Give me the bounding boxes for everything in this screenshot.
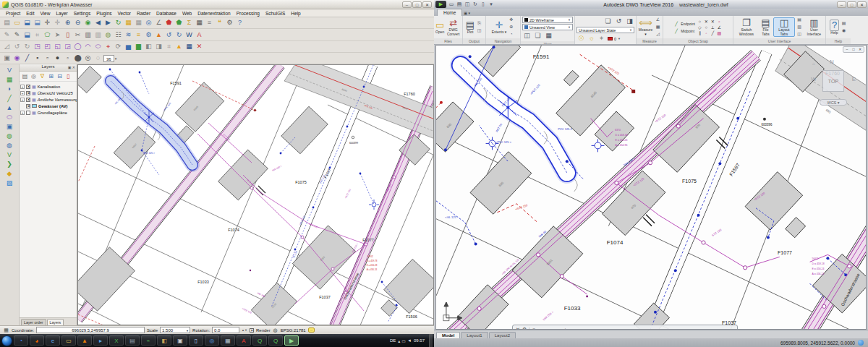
db-manager-icon[interactable]: ☷: [114, 30, 123, 40]
viewcube-north[interactable]: N: [830, 59, 834, 65]
tab-layout1[interactable]: Layout1: [461, 332, 488, 338]
pan-icon[interactable]: ✥: [508, 17, 514, 23]
add-arcgis-icon[interactable]: ❯: [4, 160, 14, 169]
taskbar-internet-explorer[interactable]: e: [46, 335, 60, 346]
chart-bar-icon[interactable]: ▆: [134, 42, 143, 51]
cut-features-icon[interactable]: ✂: [73, 30, 82, 40]
taskbar-network-tool[interactable]: ⌁: [141, 335, 156, 346]
qgis-map-canvas[interactable]: F1591F1760F1075F1074F1077F1033F1037F1506…: [77, 64, 434, 325]
expand-all-icon[interactable]: ⊞: [47, 72, 55, 80]
show-desktop-button[interactable]: [429, 334, 433, 347]
taskbar-usb-tool[interactable]: ▤: [125, 335, 140, 346]
tab-model[interactable]: Model: [436, 332, 460, 338]
qgis-title-bar[interactable]: QGIS 61d81f0 - Werkplan Abwasser ‒□✕: [0, 0, 434, 9]
zoom-next-icon[interactable]: ▶: [103, 18, 113, 27]
menu-raster[interactable]: Raster: [134, 11, 153, 16]
save-as-icon[interactable]: ⬓: [33, 18, 42, 27]
taskbar-qgis-a[interactable]: Q: [252, 335, 267, 346]
raster-fire-icon[interactable]: ▲: [174, 42, 184, 51]
digitize-rect2-icon[interactable]: ◰: [43, 42, 52, 51]
panel-stack-icon[interactable]: ▥: [796, 24, 803, 30]
user-interface-button[interactable]: ▥User Interface: [804, 18, 824, 36]
viewcube-west[interactable]: W: [811, 76, 817, 82]
new-project-icon[interactable]: ▤: [2, 18, 12, 27]
new-shapefile-icon[interactable]: ◿: [2, 42, 12, 51]
word-export-icon[interactable]: W: [184, 30, 194, 40]
snap-node-icon[interactable]: ✕: [703, 19, 710, 25]
qgis-window-controls[interactable]: ‒□✕: [402, 1, 432, 8]
menu-help[interactable]: Help: [288, 11, 303, 16]
add-wms-icon[interactable]: ◍: [4, 132, 14, 141]
map-tips-icon[interactable]: ❝: [215, 18, 224, 27]
digitize-rect-icon[interactable]: ◳: [33, 42, 42, 51]
edit-pencil-icon[interactable]: ✎: [12, 30, 22, 40]
move-feature-icon[interactable]: ➤: [53, 30, 62, 40]
measure-area-icon[interactable]: ▦: [655, 24, 661, 30]
preview-icon[interactable]: ◫: [476, 27, 482, 34]
menu-plugins[interactable]: Plugins: [93, 11, 114, 16]
snap-app-icon[interactable]: ∠: [716, 25, 723, 30]
paper-space-toggle-icon[interactable]: [858, 340, 864, 346]
collapse-all-icon[interactable]: ⊟: [56, 72, 64, 80]
viewcube-home-icon[interactable]: ⌂: [812, 61, 815, 66]
minimize-button[interactable]: ‒: [837, 1, 846, 8]
qat-preview-icon[interactable]: ◫: [464, 1, 471, 8]
visual-style-combo[interactable]: 2D Wireframe▼: [522, 17, 573, 23]
language-indicator[interactable]: DE: [390, 338, 396, 343]
menu-datenextraktion[interactable]: Datenextraktion: [195, 11, 234, 16]
toggle-editing-icon[interactable]: ✎: [2, 30, 12, 40]
messages-icon[interactable]: …: [308, 327, 315, 333]
plot-button[interactable]: ▤Plot: [466, 20, 475, 35]
measure-button[interactable]: ⟺Measure ▾: [638, 18, 653, 36]
redo-icon[interactable]: ↻: [174, 30, 184, 40]
snap-center-icon[interactable]: ○: [697, 19, 703, 25]
switch-windows-button[interactable]: ❐Switch Windows: [735, 18, 758, 36]
layer-match-icon[interactable]: ❏: [603, 17, 613, 26]
taskbar-chrome[interactable]: ◔: [14, 335, 28, 346]
current-layer[interactable]: 0: [614, 37, 616, 41]
start-button[interactable]: [1, 335, 12, 346]
menu-processing[interactable]: Processing: [234, 11, 263, 16]
undo-2-icon[interactable]: ↺: [12, 42, 22, 51]
view-named-icon[interactable]: ❏: [533, 31, 542, 40]
cad-spiral-icon[interactable]: ◌: [93, 53, 103, 63]
help-home-icon[interactable]: ▤: [841, 20, 847, 27]
add-spatialite-icon[interactable]: ⬭: [4, 113, 14, 122]
viewport-icon[interactable]: ◫: [796, 31, 803, 38]
trueview-drawing-area[interactable]: F1591F1760F1075F1597F1074F1033F1037F1077…: [435, 45, 867, 330]
rotation-spinner[interactable]: ▲▼: [242, 328, 247, 332]
select-features-icon[interactable]: ▦: [124, 18, 133, 27]
add-feature-icon[interactable]: ⬠: [43, 30, 52, 40]
stats-bar-icon[interactable]: ▅: [124, 42, 133, 51]
taskbar-media-player[interactable]: ▸: [93, 335, 108, 346]
panel-tab-layers[interactable]: Layers: [47, 319, 64, 325]
cad-blob-icon[interactable]: ⬤: [73, 53, 82, 63]
save-edits-icon[interactable]: ⬓: [22, 30, 32, 40]
snap-settings-icon[interactable]: ▨: [716, 30, 723, 36]
open-project-icon[interactable]: ▭: [12, 18, 22, 27]
layer-item-kanalisation[interactable]: +✕▦Kanalisation: [20, 83, 76, 90]
menu-edit[interactable]: Edit: [23, 11, 37, 16]
rotation-input[interactable]: 0.0: [212, 327, 239, 333]
viewcube-top-face[interactable]: TOP: [822, 70, 844, 92]
snap-parallel-icon[interactable]: ∥: [697, 30, 703, 36]
measure-icon[interactable]: ∠: [154, 18, 163, 27]
layer-item-grundlagepl-ne[interactable]: +▦Grundlagepläne: [20, 109, 76, 116]
layer-freeze-icon[interactable]: ☼: [587, 34, 596, 43]
coordinate-input[interactable]: 696029.5,249957.9: [36, 327, 145, 333]
layer-on-icon[interactable]: ☉: [576, 34, 586, 43]
split-left-icon[interactable]: ◧: [144, 42, 153, 51]
snap-insert-icon[interactable]: ▫: [716, 19, 723, 25]
taskbar-remote-tool[interactable]: ▦: [221, 335, 235, 346]
extents-button[interactable]: ✛Extents ▾: [492, 20, 507, 35]
measure-dist-icon[interactable]: ∠: [655, 17, 661, 23]
layer-tree[interactable]: +✕▦Kanalisation+✕▦Übersicht Vektor25+✕▦A…: [20, 82, 77, 317]
trueview-window-controls[interactable]: ‒□✕: [837, 1, 867, 8]
cad-dot-icon[interactable]: ●: [53, 53, 62, 63]
remove-layer-icon[interactable]: ▯: [64, 72, 72, 80]
digitize-value-box[interactable]: 36: [103, 55, 114, 62]
refresh-map-icon[interactable]: ↻: [114, 18, 123, 27]
zoom-out-icon[interactable]: ⊖: [73, 18, 82, 27]
menu-layer[interactable]: Layer: [53, 11, 70, 16]
minimize-button[interactable]: ‒: [402, 1, 412, 8]
